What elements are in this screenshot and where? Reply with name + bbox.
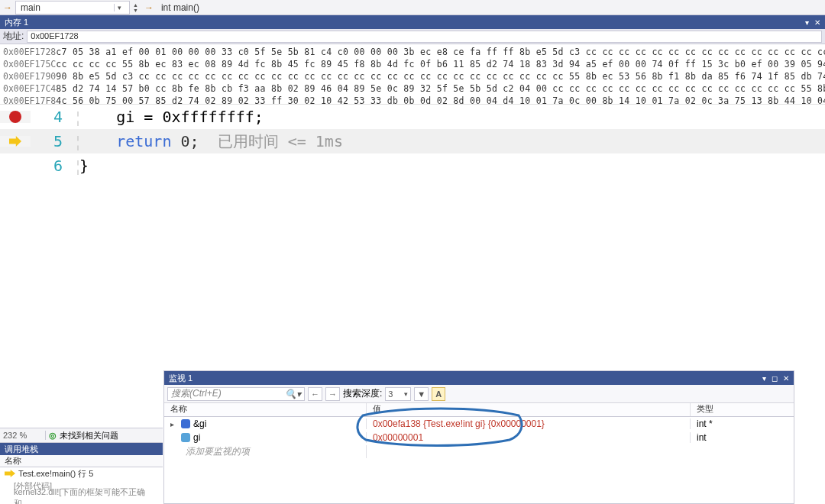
- callstack-header-name: 名称: [0, 455, 163, 467]
- code-line[interactable]: 6¦ }: [0, 153, 825, 178]
- hex-row: 0x00EF17F84c 56 0b 75 00 57 85 d2 74 02 …: [0, 95, 825, 104]
- watch-row[interactable]: ▸&gi0x00efa138 {Test.exe!int gi} {0x0000…: [164, 417, 794, 431]
- variable-icon: [181, 433, 190, 442]
- crumb-arrow-icon: →: [3, 2, 12, 13]
- line-number: 6: [31, 157, 76, 175]
- callstack-title: 调用堆栈: [0, 443, 163, 455]
- watch-panel-title: 监视 1 ▾ ◻ ✕: [164, 371, 794, 385]
- watch-row[interactable]: gi0x00000001int: [164, 431, 794, 444]
- depth-label: 搜索深度:: [343, 387, 382, 400]
- highlight-button[interactable]: A: [432, 387, 445, 401]
- chevron-down-icon: ▾: [114, 4, 125, 11]
- window-menu-icon[interactable]: ▾: [762, 374, 766, 383]
- hex-row: 0x00EF175Ccc cc cc cc 55 8b ec 83 ec 08 …: [0, 58, 825, 70]
- function-crumb[interactable]: int main(): [157, 2, 204, 13]
- code-line[interactable]: 5¦ return 0; 已用时间 <= 1ms: [0, 129, 825, 153]
- watch-col-value: 值: [367, 403, 691, 416]
- line-number: 5: [31, 132, 76, 150]
- depth-select[interactable]: 3▾: [385, 387, 411, 401]
- current-line-arrow-icon: [9, 136, 21, 147]
- issues-status: 未找到相关问题: [60, 430, 118, 441]
- memory-address-input[interactable]: 0x00EF1728: [27, 31, 822, 43]
- nav-back-button[interactable]: ←: [308, 387, 322, 401]
- nav-fwd-button[interactable]: →: [325, 387, 340, 401]
- memory-hex-view[interactable]: 0x00EF1728c7 05 38 a1 ef 00 01 00 00 00 …: [0, 44, 825, 104]
- memory-panel-title: 内存 1 ▾ ✕: [0, 15, 825, 29]
- check-icon: ◎: [49, 431, 57, 441]
- watch-col-name: 名称: [164, 403, 367, 416]
- hex-row: 0x00EF1728c7 05 38 a1 ef 00 01 00 00 00 …: [0, 46, 825, 58]
- window-close-icon[interactable]: ✕: [783, 374, 789, 383]
- zoom-level[interactable]: 232 %: [0, 431, 46, 440]
- watch-col-type: 类型: [691, 403, 794, 416]
- window-pin-icon[interactable]: ◻: [772, 374, 778, 383]
- search-icon: 🔍▾: [285, 389, 301, 399]
- scope-dropdown[interactable]: main ▾: [15, 1, 130, 15]
- variable-icon: [181, 419, 190, 428]
- hex-row: 0x00EF179090 8b e5 5d c3 cc cc cc cc cc …: [0, 70, 825, 82]
- callstack-row[interactable]: Test.exe!main() 行 5: [0, 467, 163, 480]
- window-close-icon[interactable]: ✕: [814, 18, 820, 27]
- address-label: 地址:: [3, 30, 24, 43]
- breakpoint-icon[interactable]: [9, 111, 21, 123]
- code-line[interactable]: 4¦ gi = 0xffffffff;: [0, 105, 825, 129]
- filter-button[interactable]: ▼: [414, 387, 429, 401]
- scope-label: main: [21, 2, 40, 13]
- crumb-arrow-icon: →: [144, 2, 154, 13]
- scope-stepper[interactable]: ▲▼: [133, 2, 138, 13]
- expander-icon[interactable]: ▸: [170, 420, 178, 428]
- callstack-row[interactable]: kernel32.dll![下面的框架可能不正确和...: [0, 492, 163, 504]
- window-pin-icon[interactable]: ▾: [805, 18, 809, 27]
- line-number: 4: [31, 108, 76, 126]
- hex-row: 0x00EF17C485 d2 74 14 57 b0 cc 8b fe 8b …: [0, 82, 825, 95]
- code-editor[interactable]: 4¦ gi = 0xffffffff;5¦ return 0; 已用时间 <= …: [0, 104, 825, 178]
- watch-add-placeholder[interactable]: 添加要监视的项: [164, 444, 794, 458]
- watch-search-input[interactable]: 搜索(Ctrl+E) 🔍▾: [167, 387, 305, 401]
- current-frame-arrow-icon: [5, 470, 15, 477]
